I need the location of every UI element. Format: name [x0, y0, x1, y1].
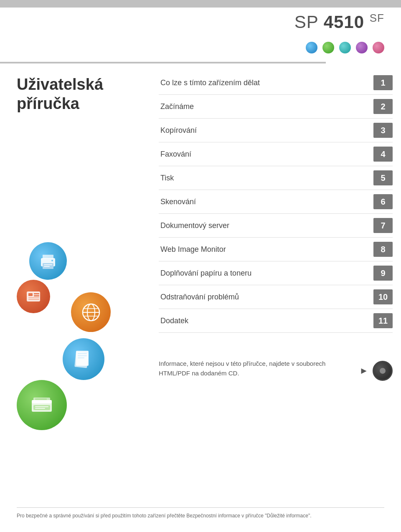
svg-rect-11	[28, 299, 39, 300]
globe-icon	[71, 292, 111, 332]
toc-item-1: Co lze s tímto zařízením dělat1	[159, 71, 393, 95]
toc-item-11: Dodatek11	[159, 309, 393, 333]
document-icon	[63, 338, 104, 380]
toc-item-6: Skenování6	[159, 190, 393, 214]
product-model: 4510	[324, 12, 364, 32]
toc-number-11: 11	[373, 313, 393, 328]
toc-number-1: 1	[373, 75, 393, 90]
toc-label-3: Kopírování	[159, 126, 369, 135]
scanner-icon	[17, 380, 67, 430]
table-of-contents: Co lze s tímto zařízením dělat1Začínáme2…	[159, 71, 393, 333]
svg-rect-4	[44, 266, 50, 267]
toc-number-3: 3	[373, 123, 393, 138]
toc-number-2: 2	[373, 99, 393, 114]
main-title-line1: Uživatelská	[17, 75, 103, 94]
toc-item-4: Faxování4	[159, 142, 393, 166]
svg-rect-9	[34, 295, 39, 296]
fax-icon	[17, 280, 50, 313]
dot-green	[322, 42, 334, 53]
toc-label-6: Skenování	[159, 198, 369, 206]
toc-label-2: Začínáme	[159, 102, 369, 111]
cd-circle-inner	[380, 368, 386, 374]
toc-label-7: Dokumentový server	[159, 221, 369, 230]
svg-rect-24	[33, 405, 50, 410]
cd-info-text: Informace, které nejsou v této příručce,…	[159, 359, 351, 378]
printer-icon	[29, 242, 67, 280]
toc-item-9: Doplňování papíru a toneru9	[159, 261, 393, 285]
horizontal-divider	[0, 62, 326, 63]
svg-rect-25	[35, 406, 48, 407]
svg-rect-21	[74, 352, 89, 368]
product-suffix: SF	[370, 12, 384, 24]
toc-label-10: Odstraňování problémů	[159, 293, 369, 301]
svg-rect-28	[35, 398, 47, 400]
main-title: Uživatelská příručka	[17, 75, 103, 113]
toc-item-2: Začínáme2	[159, 95, 393, 119]
toc-item-10: Odstraňování problémů10	[159, 285, 393, 309]
toc-number-9: 9	[373, 266, 393, 281]
dot-teal	[339, 42, 351, 53]
product-prefix: SP	[294, 12, 318, 32]
cd-icons-group: ►	[359, 361, 393, 381]
toc-label-9: Doplňování papíru a toneru	[159, 269, 369, 278]
cd-circle-icon	[373, 361, 393, 381]
toc-label-5: Tisk	[159, 174, 369, 182]
svg-rect-3	[44, 264, 52, 265]
toc-item-7: Dokumentový server7	[159, 214, 393, 238]
dot-blue	[306, 42, 317, 53]
toc-label-4: Faxování	[159, 150, 369, 159]
svg-rect-7	[28, 293, 33, 296]
main-title-line2: příručka	[17, 94, 103, 114]
icons-area	[13, 242, 155, 443]
svg-point-5	[51, 260, 53, 261]
toc-label-1: Co lze s tímto zařízením dělat	[159, 79, 369, 87]
footer-text: Pro bezpečné a správné používání si před…	[17, 507, 384, 519]
color-dots-row	[306, 42, 384, 53]
toc-label-8: Web Image Monitor	[159, 245, 369, 254]
arrow-icon: ►	[359, 365, 368, 376]
top-bar	[0, 0, 401, 8]
svg-rect-8	[34, 293, 39, 294]
dot-pink	[373, 42, 384, 53]
svg-rect-26	[35, 408, 45, 409]
cd-info-section: Informace, které nejsou v této příručce,…	[159, 359, 393, 381]
toc-number-4: 4	[373, 147, 393, 162]
toc-item-8: Web Image Monitor8	[159, 238, 393, 261]
svg-rect-1	[43, 255, 53, 259]
toc-number-5: 5	[373, 170, 393, 185]
product-title: SP 4510 SF	[294, 12, 384, 32]
dot-purple	[356, 42, 368, 53]
toc-item-3: Kopírování3	[159, 119, 393, 142]
svg-rect-10	[28, 297, 39, 298]
toc-label-11: Dodatek	[159, 317, 369, 325]
toc-number-8: 8	[373, 242, 393, 257]
toc-number-10: 10	[373, 289, 393, 304]
toc-item-5: Tisk5	[159, 166, 393, 190]
toc-number-6: 6	[373, 194, 393, 209]
toc-number-7: 7	[373, 218, 393, 233]
